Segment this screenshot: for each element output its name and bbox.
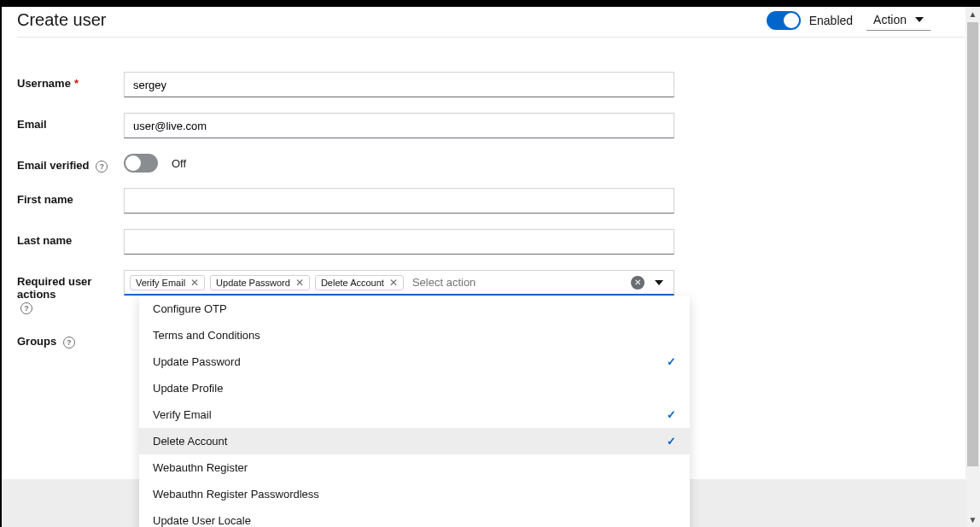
dropdown-option[interactable]: Delete Account✓ xyxy=(139,428,690,454)
chip-label: Delete Account xyxy=(321,278,384,288)
action-dropdown[interactable]: Action xyxy=(866,9,930,31)
label-groups: Groups ? xyxy=(17,330,124,348)
row-first-name: First name xyxy=(17,188,674,214)
label-groups-text: Groups xyxy=(17,335,56,348)
username-input[interactable] xyxy=(124,72,674,97)
action-label: Action xyxy=(873,13,907,26)
required-actions-input[interactable] xyxy=(409,272,626,292)
dropdown-option-label: Update Profile xyxy=(153,382,223,395)
dropdown-option-label: Terms and Conditions xyxy=(153,329,260,342)
required-actions-multiselect[interactable]: Verify Email ✕ Update Password ✕ Delete … xyxy=(124,270,674,296)
help-icon[interactable]: ? xyxy=(63,337,75,348)
page-container: Create user Enabled Action Username* xyxy=(0,7,980,527)
chip-remove-icon[interactable]: ✕ xyxy=(190,277,199,289)
label-email-verified: Email verified ? xyxy=(17,154,124,173)
create-user-form: Username* Email Email verified ? Off xyxy=(17,72,674,348)
chip-remove-icon[interactable]: ✕ xyxy=(389,277,398,289)
clear-all-icon[interactable]: ✕ xyxy=(631,276,645,290)
window-topbar xyxy=(0,0,980,7)
row-required-actions: Required user actions ? Verify Email ✕ U… xyxy=(17,270,674,314)
scroll-up-arrow[interactable]: ▲ xyxy=(965,7,980,21)
header-actions: Enabled Action xyxy=(767,9,930,31)
dropdown-option[interactable]: Update Password✓ xyxy=(139,348,690,375)
dropdown-option[interactable]: Verify Email✓ xyxy=(139,401,690,428)
help-icon[interactable]: ? xyxy=(96,161,108,173)
label-email: Email xyxy=(17,113,124,131)
label-first-name: First name xyxy=(17,188,124,206)
enabled-toggle-wrap: Enabled xyxy=(767,11,853,30)
dropdown-option-label: Update Password xyxy=(153,355,241,368)
chip-label: Verify Email xyxy=(136,278,185,288)
dropdown-option[interactable]: Webauthn Register Passwordless xyxy=(139,481,690,507)
check-icon: ✓ xyxy=(667,435,676,448)
row-last-name: Last name xyxy=(17,229,674,255)
control-email-verified: Off xyxy=(124,154,674,173)
chip-delete-account: Delete Account ✕ xyxy=(315,275,404,290)
enabled-label: Enabled xyxy=(809,14,853,27)
control-last-name xyxy=(124,229,674,255)
check-icon: ✓ xyxy=(667,408,676,421)
row-username: Username* xyxy=(17,72,674,97)
dropdown-option-label: Webauthn Register xyxy=(153,461,248,474)
dropdown-option-label: Webauthn Register Passwordless xyxy=(153,488,319,501)
required-asterisk: * xyxy=(74,77,79,90)
dropdown-option[interactable]: Update User Locale xyxy=(139,507,690,527)
dropdown-option[interactable]: Configure OTP xyxy=(139,296,690,322)
check-icon: ✓ xyxy=(667,355,676,368)
toggle-knob xyxy=(784,13,799,28)
row-email: Email xyxy=(17,113,674,138)
chip-update-password: Update Password ✕ xyxy=(210,275,310,290)
dropdown-option-label: Update User Locale xyxy=(153,514,251,527)
required-actions-dropdown: Configure OTPTerms and ConditionsUpdate … xyxy=(139,296,690,527)
label-username: Username* xyxy=(17,72,124,90)
dropdown-option-label: Verify Email xyxy=(153,408,212,421)
label-required-actions: Required user actions ? xyxy=(17,270,124,314)
dropdown-option[interactable]: Terms and Conditions xyxy=(139,322,690,348)
email-verified-state: Off xyxy=(172,157,186,170)
enabled-toggle[interactable] xyxy=(767,11,801,30)
control-username xyxy=(124,72,674,97)
control-first-name xyxy=(124,188,674,214)
help-icon[interactable]: ? xyxy=(20,302,32,314)
page-header: Create user Enabled Action xyxy=(17,7,965,38)
toggle-knob xyxy=(125,155,141,171)
dropdown-option[interactable]: Webauthn Register xyxy=(139,454,690,481)
control-required-actions: Verify Email ✕ Update Password ✕ Delete … xyxy=(124,270,674,296)
first-name-input[interactable] xyxy=(124,188,674,214)
vertical-scrollbar[interactable]: ▲ ▼ xyxy=(965,7,980,527)
label-last-name: Last name xyxy=(17,229,124,247)
label-username-text: Username xyxy=(17,77,71,90)
caret-down-icon xyxy=(915,17,924,22)
label-email-verified-text: Email verified xyxy=(17,159,90,172)
dropdown-option-label: Delete Account xyxy=(153,435,227,448)
chip-verify-email: Verify Email ✕ xyxy=(130,275,205,290)
scroll-down-arrow[interactable]: ▼ xyxy=(965,512,980,527)
caret-down-icon[interactable] xyxy=(655,280,663,285)
email-verified-toggle[interactable] xyxy=(124,154,158,173)
page-title: Create user xyxy=(17,10,107,30)
last-name-input[interactable] xyxy=(124,229,674,255)
dropdown-option[interactable]: Update Profile xyxy=(139,375,690,401)
label-required-actions-text: Required user actions xyxy=(17,275,124,301)
email-input[interactable] xyxy=(124,113,674,138)
dropdown-option-label: Configure OTP xyxy=(153,302,227,315)
scroll-thumb[interactable] xyxy=(967,22,978,466)
chip-label: Update Password xyxy=(216,278,290,288)
chip-remove-icon[interactable]: ✕ xyxy=(295,277,304,289)
control-email xyxy=(124,113,674,138)
row-email-verified: Email verified ? Off xyxy=(17,154,674,173)
